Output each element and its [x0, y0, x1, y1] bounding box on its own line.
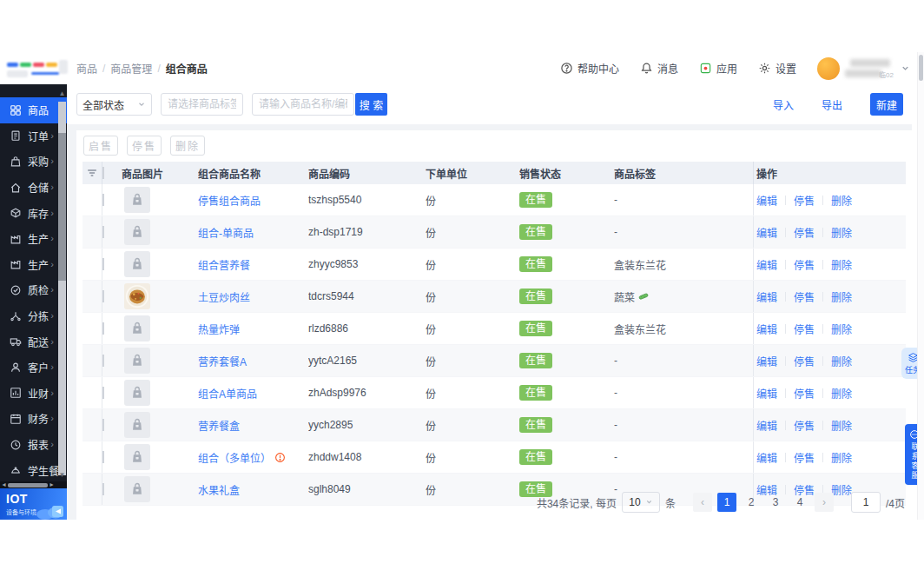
- status-filter-select[interactable]: 全部状态: [76, 93, 152, 116]
- export-button[interactable]: 导出: [822, 97, 842, 112]
- row-action-停售[interactable]: 停售: [794, 225, 815, 240]
- breadcrumb-item[interactable]: 商品: [76, 61, 97, 76]
- sidebar-item-分拣[interactable]: 分拣›: [0, 303, 58, 329]
- row-checkbox[interactable]: [102, 226, 104, 238]
- row-action-编辑[interactable]: 编辑: [756, 257, 777, 272]
- product-name-link[interactable]: 组合A单商品: [198, 386, 257, 401]
- row-action-停售[interactable]: 停售: [794, 450, 815, 465]
- sidebar-item-仓储[interactable]: 仓储›: [0, 175, 58, 201]
- bulk-删除-button[interactable]: 删除: [170, 136, 205, 156]
- row-action-删除[interactable]: 删除: [831, 418, 852, 433]
- row-checkbox[interactable]: [102, 322, 104, 335]
- top-menu-item-help[interactable]: 帮助中心: [560, 61, 619, 76]
- main-vscroll-thumb[interactable]: [919, 55, 923, 81]
- row-action-删除[interactable]: 删除: [831, 322, 852, 336]
- row-action-删除[interactable]: 删除: [831, 354, 852, 368]
- product-photo[interactable]: [124, 283, 150, 309]
- row-checkbox[interactable]: [102, 387, 104, 399]
- row-checkbox[interactable]: [102, 483, 104, 495]
- row-action-停售[interactable]: 停售: [794, 354, 815, 368]
- row-checkbox[interactable]: [102, 419, 104, 431]
- sidebar-item-业财[interactable]: 业财›: [0, 381, 58, 407]
- product-name-link[interactable]: 水果礼盒: [198, 482, 240, 497]
- table-header-settings[interactable]: [82, 162, 102, 184]
- sidebar-item-学生餐[interactable]: 学生餐: [0, 457, 58, 483]
- sidebar-scroll-down-icon[interactable]: ▼: [58, 471, 66, 480]
- row-checkbox[interactable]: [102, 194, 104, 206]
- row-checkbox[interactable]: [102, 258, 104, 270]
- bulk-启售-button[interactable]: 启售: [83, 136, 118, 156]
- prev-page-button[interactable]: ‹: [693, 493, 712, 512]
- product-name-link[interactable]: 组合（多单位）: [198, 450, 286, 465]
- page-button-2[interactable]: 2: [742, 493, 761, 512]
- top-menu-item-bell[interactable]: 消息: [640, 61, 678, 76]
- user-menu[interactable]: 临02: [817, 52, 910, 84]
- sidebar-horizontal-scrollbar[interactable]: ◂ ▸: [0, 481, 67, 488]
- row-action-编辑[interactable]: 编辑: [756, 289, 777, 304]
- row-action-停售[interactable]: 停售: [794, 418, 815, 433]
- row-action-编辑[interactable]: 编辑: [756, 450, 777, 465]
- product-name-link[interactable]: 营养餐盒: [198, 418, 240, 433]
- row-action-停售[interactable]: 停售: [794, 193, 815, 208]
- sidebar-item-采购[interactable]: 采购›: [0, 149, 58, 175]
- next-page-button[interactable]: ›: [815, 493, 834, 512]
- product-name-link[interactable]: 停售组合商品: [198, 193, 261, 208]
- hscroll-left-icon[interactable]: ◂: [0, 481, 8, 488]
- sidebar-item-财务[interactable]: 财务›: [0, 406, 58, 432]
- top-menu-item-apps[interactable]: 应用: [699, 61, 737, 76]
- row-checkbox[interactable]: [102, 290, 104, 302]
- product-name-link[interactable]: 组合营养餐: [198, 257, 250, 272]
- page-jump-input[interactable]: [851, 492, 881, 513]
- product-name-link[interactable]: 营养套餐A: [198, 354, 247, 368]
- top-menu-item-gear[interactable]: 设置: [758, 61, 796, 76]
- sidebar-vertical-scrollbar[interactable]: [58, 102, 66, 475]
- row-action-停售[interactable]: 停售: [794, 386, 815, 401]
- product-name-link[interactable]: 土豆炒肉丝: [198, 289, 250, 304]
- row-action-删除[interactable]: 删除: [831, 289, 852, 304]
- row-action-编辑[interactable]: 编辑: [756, 322, 777, 336]
- sidebar-item-库存[interactable]: 库存›: [0, 200, 58, 226]
- sidebar-item-订单[interactable]: 订单›: [0, 123, 58, 149]
- main-vertical-scrollbar[interactable]: [917, 52, 924, 520]
- page-button-3[interactable]: 3: [766, 493, 785, 512]
- breadcrumb-item[interactable]: 商品管理: [110, 61, 152, 76]
- per-page-select[interactable]: 10: [622, 492, 660, 513]
- row-action-编辑[interactable]: 编辑: [756, 225, 777, 240]
- iot-banner[interactable]: IOT 设备与环境: [0, 488, 67, 520]
- bulk-停售-button[interactable]: 停售: [127, 136, 162, 156]
- row-action-编辑[interactable]: 编辑: [756, 193, 777, 208]
- row-action-编辑[interactable]: 编辑: [756, 354, 777, 368]
- create-button[interactable]: 新建: [870, 93, 903, 116]
- row-checkbox[interactable]: [102, 355, 104, 367]
- sidebar-item-配送[interactable]: 配送›: [0, 328, 58, 355]
- row-checkbox[interactable]: [102, 451, 104, 463]
- tag-filter-input[interactable]: [161, 93, 243, 116]
- product-name-link[interactable]: 热量炸弹: [198, 322, 240, 336]
- search-button[interactable]: 搜 索: [355, 93, 387, 116]
- row-action-删除[interactable]: 删除: [831, 225, 852, 240]
- row-action-停售[interactable]: 停售: [794, 322, 815, 336]
- row-action-删除[interactable]: 删除: [831, 257, 852, 272]
- product-name-link[interactable]: 组合-单商品: [198, 225, 254, 240]
- import-button[interactable]: 导入: [773, 97, 794, 112]
- sidebar-scroll-up-icon[interactable]: ▲: [58, 90, 66, 98]
- page-button-1[interactable]: 1: [717, 493, 736, 512]
- row-action-删除[interactable]: 删除: [831, 193, 852, 208]
- sidebar-item-质检[interactable]: 质检›: [0, 277, 58, 303]
- name-filter-input[interactable]: [252, 93, 354, 116]
- row-action-删除[interactable]: 删除: [831, 450, 852, 465]
- select-all-checkbox[interactable]: [102, 167, 104, 179]
- sidebar-item-报表[interactable]: 报表›: [0, 432, 58, 458]
- row-action-停售[interactable]: 停售: [794, 289, 815, 304]
- sidebar-item-生产[interactable]: 生产›: [0, 252, 58, 278]
- row-action-编辑[interactable]: 编辑: [756, 418, 777, 433]
- sidebar-item-生产[interactable]: 生产›: [0, 226, 58, 252]
- sidebar-item-客户[interactable]: 客户›: [0, 355, 58, 381]
- sidebar-hscroll-thumb[interactable]: [8, 483, 48, 487]
- row-action-编辑[interactable]: 编辑: [756, 386, 777, 401]
- sidebar-vscroll-thumb[interactable]: [58, 133, 66, 281]
- hscroll-right-icon[interactable]: ▸: [48, 481, 56, 488]
- page-button-4[interactable]: 4: [790, 493, 809, 512]
- row-action-停售[interactable]: 停售: [794, 257, 815, 272]
- row-action-删除[interactable]: 删除: [831, 386, 852, 401]
